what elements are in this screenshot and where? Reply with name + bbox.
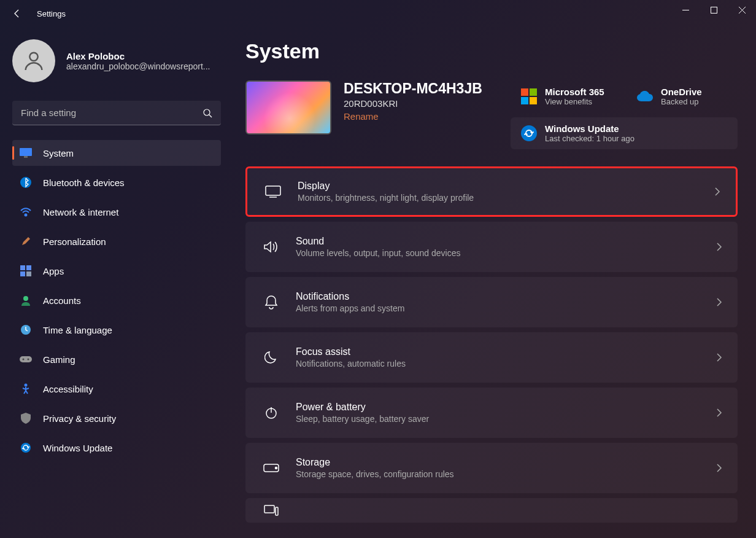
- microsoft-logo-icon: [520, 88, 538, 105]
- card-title: OneDrive: [661, 87, 702, 97]
- settings-item-sound[interactable]: Sound Volume levels, output, input, soun…: [245, 222, 738, 272]
- maximize-button[interactable]: [700, 0, 728, 20]
- clock-icon: [20, 324, 32, 336]
- chevron-right-icon: [716, 464, 723, 472]
- close-icon: [739, 7, 746, 14]
- chevron-right-icon: [716, 408, 723, 417]
- nav-item-system[interactable]: System: [12, 140, 221, 166]
- svg-point-10: [25, 214, 27, 216]
- svg-rect-14: [26, 271, 31, 276]
- profile-name: Alex Poloboc: [66, 51, 210, 61]
- device-header: DESKTOP-MC4H3JB 20RD003KRI Rename: [245, 80, 504, 142]
- nav-item-accessibility[interactable]: Accessibility: [12, 376, 221, 402]
- arrow-left-icon: [12, 9, 22, 18]
- nav-label: Time & language: [43, 325, 112, 335]
- search-input[interactable]: [21, 107, 202, 118]
- nav-item-windows-update[interactable]: Windows Update: [12, 435, 221, 461]
- nav-item-time-language[interactable]: Time & language: [12, 317, 221, 343]
- svg-point-15: [23, 296, 28, 301]
- avatar: [12, 39, 55, 82]
- nav-item-network[interactable]: Network & internet: [12, 199, 221, 225]
- nav-item-accounts[interactable]: Accounts: [12, 287, 221, 313]
- settings-sub: Notifications, automatic rules: [296, 359, 716, 368]
- update-icon: [20, 442, 32, 454]
- nav-item-apps[interactable]: Apps: [12, 258, 221, 284]
- card-windows-update[interactable]: Windows Update Last checked: 1 hour ago: [511, 117, 738, 149]
- accessibility-icon: [20, 383, 32, 395]
- settings-title: Notifications: [296, 291, 716, 302]
- device-icon: [260, 505, 282, 516]
- svg-point-5: [204, 109, 210, 115]
- nav-item-personalization[interactable]: Personalization: [12, 228, 221, 254]
- svg-point-4: [29, 53, 37, 61]
- settings-title: Focus assist: [296, 346, 716, 357]
- nav-label: Bluetooth & devices: [43, 177, 125, 188]
- page-title: System: [245, 39, 738, 63]
- nav-item-bluetooth[interactable]: Bluetooth & devices: [12, 170, 221, 195]
- nav-item-gaming[interactable]: Gaming: [12, 346, 221, 372]
- settings-sub: Alerts from apps and system: [296, 303, 716, 313]
- sound-icon: [260, 240, 282, 254]
- svg-point-20: [25, 384, 28, 387]
- device-name: DESKTOP-MC4H3JB: [344, 80, 504, 97]
- nav-label: Gaming: [43, 354, 75, 365]
- bell-icon: [260, 295, 282, 310]
- search-box[interactable]: [12, 101, 221, 125]
- svg-point-19: [28, 359, 29, 361]
- settings-sub: Volume levels, output, input, sound devi…: [296, 248, 716, 258]
- svg-point-21: [21, 443, 31, 453]
- settings-item-storage[interactable]: Storage Storage space, drives, configura…: [245, 443, 738, 493]
- settings-title: Power & battery: [296, 402, 716, 413]
- close-button[interactable]: [728, 0, 756, 20]
- moon-icon: [260, 351, 282, 364]
- nav-item-privacy[interactable]: Privacy & security: [12, 405, 221, 431]
- svg-line-6: [209, 115, 212, 117]
- settings-title: Display: [298, 181, 714, 192]
- settings-item-display[interactable]: Display Monitors, brightness, night ligh…: [245, 166, 738, 217]
- settings-sub: Sleep, battery usage, battery saver: [296, 414, 716, 424]
- update-icon: [520, 125, 538, 142]
- chevron-right-icon: [716, 353, 723, 362]
- window-title: Settings: [37, 9, 66, 18]
- svg-rect-11: [20, 265, 25, 270]
- svg-rect-1: [711, 7, 717, 13]
- nav-label: Privacy & security: [43, 413, 116, 424]
- chevron-right-icon: [714, 187, 721, 196]
- rename-link[interactable]: Rename: [344, 111, 379, 122]
- nav-label: Personalization: [43, 236, 106, 247]
- monitor-icon: [20, 147, 32, 159]
- chevron-right-icon: [716, 298, 723, 306]
- power-icon: [260, 406, 282, 419]
- settings-item-partial[interactable]: [245, 498, 738, 523]
- brush-icon: [20, 235, 32, 248]
- nav-label: System: [43, 148, 74, 158]
- settings-sub: Storage space, drives, configuration rul…: [296, 469, 716, 479]
- settings-list: Display Monitors, brightness, night ligh…: [245, 166, 738, 523]
- nav-label: Apps: [43, 266, 64, 276]
- settings-item-notifications[interactable]: Notifications Alerts from apps and syste…: [245, 277, 738, 327]
- svg-point-18: [23, 359, 25, 361]
- wifi-icon: [20, 206, 32, 218]
- gamepad-icon: [20, 353, 32, 365]
- shield-icon: [20, 412, 32, 424]
- display-icon: [262, 185, 284, 198]
- card-title: Windows Update: [545, 123, 634, 134]
- minimize-icon: [682, 7, 689, 14]
- bluetooth-icon: [20, 176, 32, 189]
- nav-label: Network & internet: [43, 207, 118, 217]
- card-sub: View benefits: [545, 97, 604, 106]
- content-area: System DESKTOP-MC4H3JB 20RD003KRI Rename: [233, 39, 756, 538]
- card-onedrive[interactable]: OneDrive Backed up: [627, 80, 738, 112]
- settings-item-power[interactable]: Power & battery Sleep, battery usage, ba…: [245, 388, 738, 438]
- minimize-button[interactable]: [671, 0, 700, 20]
- onedrive-icon: [636, 88, 654, 105]
- card-sub: Last checked: 1 hour ago: [545, 134, 634, 143]
- back-button[interactable]: [5, 1, 29, 26]
- settings-item-focus-assist[interactable]: Focus assist Notifications, automatic ru…: [245, 332, 738, 383]
- svg-point-22: [521, 125, 537, 141]
- window-controls: [671, 0, 756, 20]
- search-icon: [202, 108, 212, 118]
- profile-section[interactable]: Alex Poloboc alexandru_poloboc@windowsre…: [12, 39, 221, 82]
- card-microsoft-365[interactable]: Microsoft 365 View benefits: [511, 80, 622, 112]
- maximize-icon: [711, 7, 717, 14]
